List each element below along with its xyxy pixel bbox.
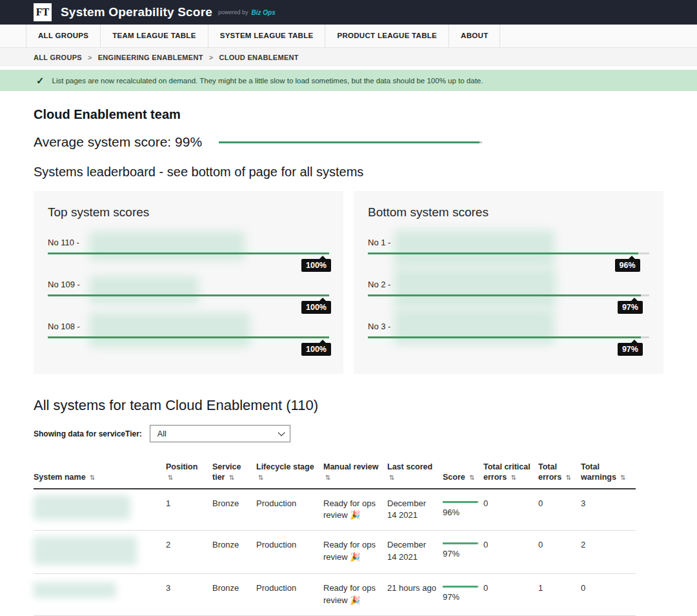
leaderboard-panels: Top system scores No 110 - 100% No 109 -…: [34, 191, 663, 374]
total-critical-errors-cell: 0: [483, 489, 538, 531]
score-value: 97%: [443, 549, 460, 559]
system-name-redacted[interactable]: [394, 230, 555, 267]
score-track: 100%: [48, 252, 329, 254]
systems-table: System name ⇅ Position ⇅ Service tier ⇅ …: [34, 462, 636, 616]
breadcrumb-separator: >: [209, 54, 214, 61]
nav-team-league-table[interactable]: TEAM LEAGUE TABLE: [100, 25, 207, 47]
biz-ops-brand[interactable]: Biz Ops: [252, 9, 276, 16]
sort-icon[interactable]: ⇅: [620, 474, 625, 481]
system-name-redacted[interactable]: [34, 537, 137, 565]
bottom-score-row: No 3 - 97%: [368, 316, 649, 358]
score-tooltip: 96%: [615, 259, 640, 272]
all-systems-heading: All systems for team Cloud Enablement (1…: [34, 397, 663, 414]
average-score-bar-fill: [219, 141, 480, 143]
score-bar: [443, 501, 479, 503]
score-track: 100%: [48, 294, 329, 296]
sort-icon[interactable]: ⇅: [511, 474, 516, 481]
header-system-name[interactable]: System name ⇅: [34, 462, 166, 489]
header-position[interactable]: Position ⇅: [166, 462, 212, 489]
breadcrumb-engineering-enablement[interactable]: ENGINEERING ENABLEMENT: [98, 54, 203, 61]
system-name-redacted[interactable]: [394, 268, 556, 308]
header-last-scored[interactable]: Last scored ⇅: [387, 462, 443, 489]
average-score-bar: [219, 141, 482, 143]
total-critical-errors-cell: 0: [483, 531, 538, 574]
score-fill: 100%: [48, 336, 329, 338]
header-total-errors[interactable]: Total errors ⇅: [538, 462, 581, 489]
score-track: 100%: [48, 336, 329, 338]
check-icon: ✓: [36, 75, 45, 87]
system-name-cell[interactable]: [34, 531, 166, 574]
system-name-cell[interactable]: [34, 574, 166, 616]
average-score-label: Average system score: 99%: [34, 134, 202, 150]
top-score-row: No 109 - 100%: [48, 274, 329, 316]
score-cell: 97%: [443, 531, 483, 574]
score-bar-fill: [443, 586, 478, 588]
score-bar: [443, 542, 479, 544]
sort-icon[interactable]: ⇅: [325, 474, 330, 481]
header-total-critical-errors[interactable]: Total critical errors ⇅: [483, 462, 538, 489]
total-warnings-cell: 2: [581, 531, 636, 574]
system-name-redacted[interactable]: [89, 313, 250, 347]
score-track: 97%: [368, 294, 649, 296]
main-content: Cloud Enablement team Average system sco…: [0, 107, 697, 616]
service-tier-select[interactable]: All: [150, 425, 290, 442]
score-tooltip: 97%: [618, 301, 643, 314]
breadcrumb-all-groups[interactable]: ALL GROUPS: [34, 54, 82, 61]
status-banner: ✓ List pages are now recalculated on dem…: [0, 70, 697, 91]
score-tooltip: 97%: [618, 343, 643, 356]
manual-review-cell: Ready for ops review 🎉: [323, 574, 387, 616]
score-fill: 97%: [368, 336, 641, 338]
score-tooltip: 100%: [301, 259, 331, 272]
lifecycle-stage-cell: Production: [256, 531, 323, 574]
ft-logo[interactable]: FT: [34, 3, 52, 21]
system-name-redacted[interactable]: [34, 495, 130, 520]
header-score[interactable]: Score ⇅: [443, 462, 483, 489]
app-title[interactable]: System Operability Score: [61, 5, 212, 19]
total-errors-cell: 0: [538, 489, 581, 531]
system-name-cell[interactable]: [34, 489, 166, 531]
score-track: 96%: [368, 252, 649, 254]
nav-all-groups[interactable]: ALL GROUPS: [26, 25, 100, 47]
header-service-tier[interactable]: Service tier ⇅: [212, 462, 256, 489]
sort-icon[interactable]: ⇅: [90, 474, 95, 481]
main-nav: ALL GROUPS TEAM LEAGUE TABLE SYSTEM LEAG…: [0, 25, 697, 48]
sort-icon[interactable]: ⇅: [258, 474, 263, 481]
top-scores-title: Top system scores: [48, 205, 329, 220]
table-header-row: System name ⇅ Position ⇅ Service tier ⇅ …: [34, 462, 636, 489]
sort-icon[interactable]: ⇅: [168, 474, 173, 481]
service-tier-cell: Bronze: [212, 531, 256, 574]
sort-icon[interactable]: ⇅: [566, 474, 571, 481]
system-name-redacted[interactable]: [394, 309, 555, 345]
nav-system-league-table[interactable]: SYSTEM LEAGUE TABLE: [208, 25, 325, 47]
nav-product-league-table[interactable]: PRODUCT LEAGUE TABLE: [325, 25, 449, 47]
header-lifecycle-stage[interactable]: Lifecycle stage ⇅: [256, 462, 323, 489]
system-name-redacted[interactable]: [89, 231, 245, 261]
service-tier-filter-row: Showing data for serviceTier: All: [34, 425, 663, 442]
score-cell: 97%: [443, 574, 483, 616]
header-manual-review[interactable]: Manual review ⇅: [323, 462, 387, 489]
sort-icon[interactable]: ⇅: [389, 474, 394, 481]
sort-icon[interactable]: ⇅: [469, 474, 474, 481]
system-name-redacted[interactable]: [34, 582, 116, 598]
header-total-warnings[interactable]: Total warnings ⇅: [581, 462, 636, 489]
last-scored-cell: December 14 2021: [387, 489, 443, 531]
total-warnings-cell: 3: [581, 489, 636, 531]
score-value: 97%: [443, 592, 460, 602]
score-value: 96%: [443, 508, 460, 517]
score-track: 97%: [368, 336, 649, 338]
table-row: 1 Bronze Production Ready for ops review…: [34, 489, 636, 531]
manual-review-cell: Ready for ops review 🎉: [323, 531, 387, 574]
table-row: 3 Bronze Production Ready for ops review…: [34, 574, 636, 616]
position-cell: 3: [166, 574, 212, 616]
rank-label: No 3 -: [368, 322, 390, 331]
position-cell: 1: [166, 489, 212, 531]
sort-icon[interactable]: ⇅: [229, 474, 234, 481]
rank-label: No 108 -: [48, 322, 80, 331]
lifecycle-stage-cell: Production: [256, 574, 323, 616]
nav-about[interactable]: ABOUT: [449, 25, 500, 47]
breadcrumb-cloud-enablement[interactable]: CLOUD ENABLEMENT: [219, 54, 298, 61]
system-name-redacted[interactable]: [89, 276, 199, 304]
service-tier-selected-value: All: [157, 429, 167, 438]
position-cell: 2: [166, 531, 212, 574]
score-cell: 96%: [443, 489, 483, 531]
